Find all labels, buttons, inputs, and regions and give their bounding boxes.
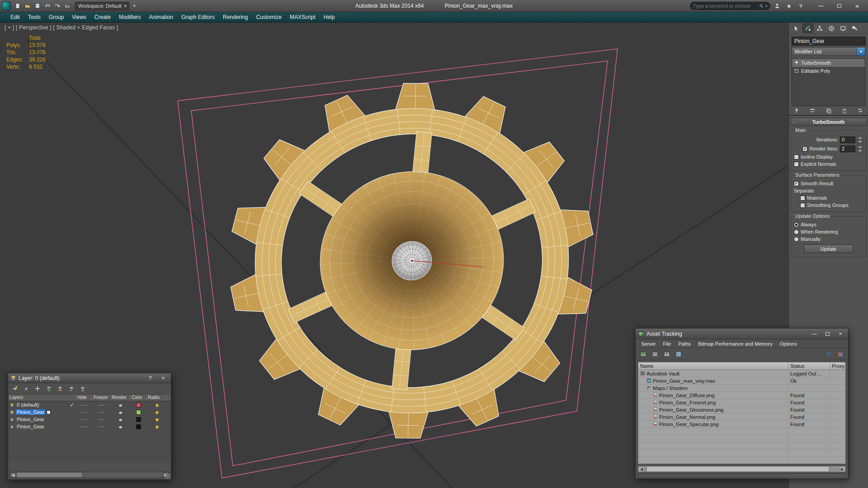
asset-details-view-button[interactable] [662,349,672,359]
rollout-collapse-icon[interactable]: - [793,119,795,125]
object-name-field[interactable] [792,37,866,46]
radiosity-cell[interactable] [146,417,167,422]
explicit-normals-checkbox[interactable] [794,162,799,167]
layer-name-cell[interactable]: Pinion_Gear [8,417,68,422]
asset-properties-button[interactable] [674,349,684,359]
layer-color-swatch[interactable] [136,417,141,422]
layer-column-radio[interactable]: Radio [146,394,167,401]
layer-column-render[interactable]: Render [110,394,130,401]
maximize-button[interactable] [830,1,848,11]
asset-menu-server[interactable]: Server [637,340,659,347]
menu-edit[interactable]: Edit [6,13,24,22]
when-rendering-radio[interactable] [794,230,799,235]
remove-modifier-icon[interactable] [841,108,848,114]
smooth-result-checkbox[interactable]: ✓ [794,181,799,186]
workspace-dropdown[interactable]: Workspace: Default ▾ [75,2,129,10]
asset-row[interactable]: Pinion_Gear_Fresnel.pngFound [638,399,845,406]
layer-row[interactable]: Pinion_Gear---------- [8,408,171,416]
isoline-checkbox[interactable] [794,155,799,160]
asset-row[interactable]: Pinion_Gear_Diffuse.pngFound [638,392,845,399]
search-icon[interactable] [759,3,764,9]
hide-cell[interactable]: ----- [76,424,92,429]
tab-modify[interactable] [802,23,813,33]
scroll-right-icon[interactable]: ▶ [839,466,845,472]
color-cell[interactable] [130,403,146,408]
render-iters-field[interactable]: 2 [840,145,855,152]
layer-column-layers[interactable]: Layers [8,394,76,401]
tab-utilities[interactable] [849,23,860,33]
color-cell[interactable] [130,417,146,422]
manually-radio[interactable] [794,237,799,242]
layer-row[interactable]: Pinion_Gear---------- [8,423,171,430]
asset-column-name[interactable]: Name [638,362,788,370]
hide-layer-button[interactable] [66,384,76,394]
asset-name-cell[interactable]: Pinion_Gear_Fresnel.png [638,399,788,406]
tab-create[interactable] [791,23,802,33]
help-search[interactable]: ▾ [690,2,770,10]
layer-name[interactable]: 0 (default) [16,402,40,408]
asset-close-button[interactable]: × [835,330,846,338]
make-unique-icon[interactable] [826,108,832,114]
asset-row[interactable]: Pinion_Gear_Normal.pngFound [638,413,845,421]
scroll-left-icon[interactable]: ◀ [10,472,16,478]
asset-hscrollbar[interactable]: ◀ ▶ [638,466,846,472]
workspace-extra-dropdown[interactable]: ▾ [129,1,139,11]
asset-menu-paths[interactable]: Paths [675,340,694,347]
menu-rendering[interactable]: Rendering [219,13,252,22]
asset-tracking-dialog[interactable]: Asset Tracking — × ServerFilePathsBitmap… [635,328,849,479]
radiosity-cell[interactable] [146,410,167,415]
layer-name-cell[interactable]: Pinion_Gear [8,424,68,429]
asset-menu-file[interactable]: File [659,340,675,347]
layer-row[interactable]: 0 (default)✓---------- [8,401,171,408]
update-button[interactable]: Update [804,244,854,253]
asset-refresh-button[interactable] [824,349,834,359]
layer-list[interactable]: 0 (default)✓----------Pinion_Gear-------… [8,401,171,462]
menu-customize[interactable]: Customize [252,13,286,22]
redo-button[interactable]: ↷▾ [52,1,62,11]
freeze-cell[interactable]: ----- [92,410,110,414]
modifier-list-arrow[interactable]: ▾ [857,47,865,56]
asset-table[interactable]: NameStatusProxy Re Autodesk VaultLogged … [638,362,846,464]
asset-minimize-button[interactable]: — [809,330,820,338]
delete-layer-button[interactable]: × [21,384,31,394]
open-file-button[interactable] [23,1,33,11]
layer-color-swatch[interactable] [136,410,141,415]
asset-column-status[interactable]: Status [788,362,830,370]
always-radio[interactable] [794,222,799,227]
asset-table-view-button[interactable] [638,349,648,359]
layer-name[interactable]: Pinion_Gear [16,417,45,422]
asset-list-view-button[interactable] [650,349,660,359]
tab-motion[interactable] [826,23,837,33]
layer-color-swatch[interactable] [136,403,141,408]
menu-group[interactable]: Group [45,13,68,22]
menu-help[interactable]: Help [320,13,339,22]
select-highlighted-button[interactable] [44,384,54,394]
layer-name[interactable]: Pinion_Gear [16,424,45,429]
pin-stack-icon[interactable] [793,108,800,114]
spinner-up-icon[interactable]: ▴ [857,136,863,140]
menu-graph-editors[interactable]: Graph Editors [177,13,219,22]
menu-create[interactable]: Create [90,13,115,22]
spinner-down-icon[interactable]: ▾ [857,140,863,143]
search-input[interactable] [693,3,757,9]
new-layer-button[interactable] [10,384,20,394]
menu-views[interactable]: Views [68,13,90,22]
render-cell[interactable] [110,410,130,415]
color-cell[interactable] [130,410,146,415]
asset-scroll-track[interactable] [645,466,839,472]
materials-checkbox[interactable] [800,196,805,201]
configure-modifier-sets-icon[interactable] [857,108,863,114]
render-cell[interactable] [110,424,130,429]
layer-column-freeze[interactable]: Freeze [92,394,110,401]
hide-cell[interactable]: ----- [76,410,92,414]
asset-table-body[interactable]: Autodesk VaultLogged Out ...Pinion_Gear_… [638,370,845,464]
modifier-stack-item-turbosmooth[interactable]: TurboSmooth [792,59,865,67]
render-iters-checkbox[interactable]: ✓ [802,146,807,151]
spinner-down-icon[interactable]: ▾ [857,149,863,152]
iterations-spinner[interactable]: ▴▾ [857,136,863,143]
asset-name-cell[interactable]: Pinion_Gear_Normal.png [638,413,788,421]
layer-dialog-titlebar[interactable]: Layer: 0 (default) ? × [8,373,171,383]
render-cell[interactable] [110,417,130,422]
layer-column-color[interactable]: Color [130,394,146,401]
sign-in-button[interactable] [772,1,782,11]
